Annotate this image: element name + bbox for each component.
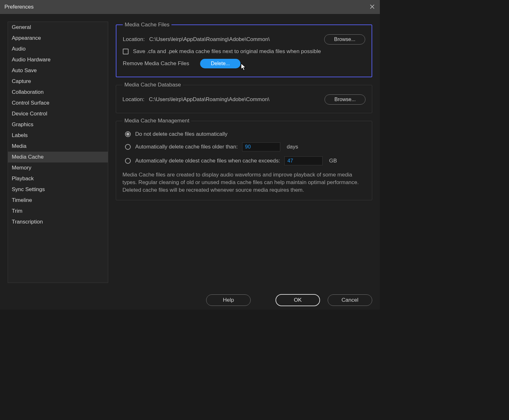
media-cache-files-group: Media Cache Files Location: C:\Users\lei… <box>116 22 372 77</box>
sidebar-item-timeline[interactable]: Timeline <box>8 195 108 206</box>
sidebar-item-trim[interactable]: Trim <box>8 206 108 217</box>
preferences-sidebar: GeneralAppearanceAudioAudio HardwareAuto… <box>8 22 108 283</box>
sidebar-item-playback[interactable]: Playback <box>8 173 108 184</box>
mgmt-opt3-input[interactable] <box>284 156 323 165</box>
sidebar-item-sync-settings[interactable]: Sync Settings <box>8 184 108 195</box>
delete-cache-button[interactable]: Delete... <box>200 59 241 68</box>
sidebar-item-graphics[interactable]: Graphics <box>8 119 108 130</box>
sidebar-item-labels[interactable]: Labels <box>8 130 108 141</box>
sidebar-item-transcription[interactable]: Transcription <box>8 217 108 227</box>
mgmt-opt3-unit: GB <box>329 158 337 164</box>
sidebar-item-media[interactable]: Media <box>8 141 108 152</box>
sidebar-item-device-control[interactable]: Device Control <box>8 108 108 119</box>
mgmt-opt1-radio[interactable] <box>125 131 131 137</box>
window-title: Preferences <box>4 4 34 10</box>
close-icon[interactable] <box>370 4 375 10</box>
save-next-row[interactable]: Save .cfa and .pek media cache files nex… <box>123 46 365 57</box>
cache-files-location-row: Location: C:\Users\leirp\AppData\Roaming… <box>123 32 365 46</box>
cache-files-location-path: C:\Users\leirp\AppData\Roaming\Adobe\Com… <box>149 36 270 43</box>
mgmt-opt2-radio[interactable] <box>125 144 131 150</box>
sidebar-item-audio-hardware[interactable]: Audio Hardware <box>8 54 108 65</box>
cancel-button[interactable]: Cancel <box>328 294 372 306</box>
mgmt-opt1-label: Do not delete cache files automatically <box>135 131 227 137</box>
mgmt-opt2-input[interactable] <box>242 142 280 151</box>
media-cache-mgmt-legend: Media Cache Management <box>122 118 191 124</box>
sidebar-item-general[interactable]: General <box>8 22 108 33</box>
sidebar-item-appearance[interactable]: Appearance <box>8 33 108 44</box>
mgmt-opt2-label: Automatically delete cache files older t… <box>135 144 238 150</box>
mgmt-description: Media Cache files are created to display… <box>122 168 366 194</box>
remove-cache-row: Remove Media Cache Files Delete... <box>123 57 365 70</box>
ok-button[interactable]: OK <box>275 294 320 306</box>
mgmt-opt3-radio[interactable] <box>125 158 131 164</box>
sidebar-item-capture[interactable]: Capture <box>8 76 108 87</box>
sidebar-item-audio[interactable]: Audio <box>8 44 108 54</box>
mgmt-opt2-row[interactable]: Automatically delete cache files older t… <box>125 140 366 154</box>
cache-db-location-row: Location: C:\Users\leirp\AppData\Roaming… <box>122 93 366 107</box>
preferences-content: Media Cache Files Location: C:\Users\lei… <box>116 22 372 283</box>
media-cache-db-group: Media Cache Database Location: C:\Users\… <box>116 82 372 113</box>
cache-db-browse-button[interactable]: Browse... <box>324 94 366 105</box>
titlebar: Preferences <box>0 0 380 14</box>
media-cache-mgmt-group: Media Cache Management Do not delete cac… <box>116 118 372 200</box>
cache-db-location-label: Location: <box>122 96 144 103</box>
sidebar-item-control-surface[interactable]: Control Surface <box>8 98 108 108</box>
media-cache-db-legend: Media Cache Database <box>122 82 183 88</box>
cursor-icon <box>241 63 248 73</box>
media-cache-files-legend: Media Cache Files <box>123 22 171 28</box>
mgmt-opt3-label: Automatically delete oldest cache files … <box>135 158 280 164</box>
cache-db-location-path: C:\Users\leirp\AppData\Roaming\Adobe\Com… <box>149 96 269 103</box>
cache-files-location-label: Location: <box>123 36 145 43</box>
sidebar-item-collaboration[interactable]: Collaboration <box>8 87 108 98</box>
save-next-checkbox[interactable] <box>123 49 129 54</box>
mgmt-opt1-row[interactable]: Do not delete cache files automatically <box>125 128 366 140</box>
sidebar-item-memory[interactable]: Memory <box>8 162 108 173</box>
mgmt-opt3-row[interactable]: Automatically delete oldest cache files … <box>125 154 366 168</box>
remove-cache-label: Remove Media Cache Files <box>123 60 189 67</box>
dialog-footer: Help OK Cancel <box>0 291 380 310</box>
dialog-body: GeneralAppearanceAudioAudio HardwareAuto… <box>0 14 380 291</box>
sidebar-item-media-cache[interactable]: Media Cache <box>8 152 108 162</box>
help-button[interactable]: Help <box>206 294 251 306</box>
sidebar-item-auto-save[interactable]: Auto Save <box>8 65 108 76</box>
save-next-label: Save .cfa and .pek media cache files nex… <box>133 48 321 55</box>
cache-files-browse-button[interactable]: Browse... <box>324 34 365 45</box>
mgmt-opt2-unit: days <box>287 144 298 150</box>
